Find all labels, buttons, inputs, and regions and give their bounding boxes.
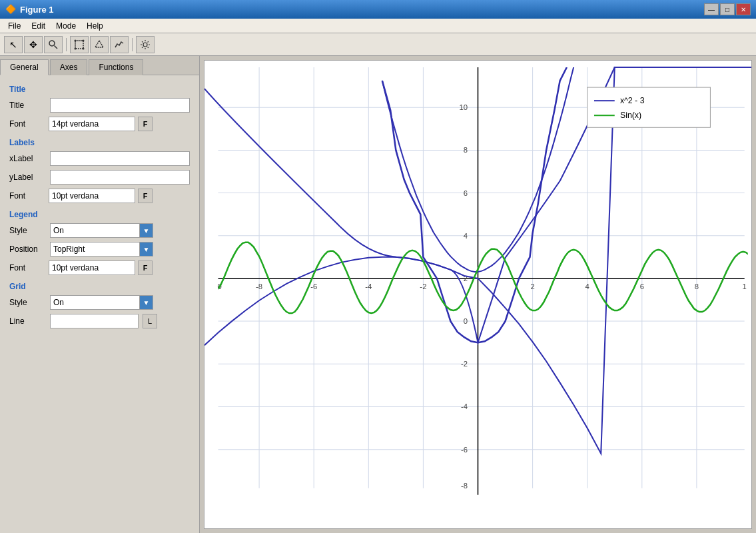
svg-text:-8: -8: [461, 482, 468, 490]
app-icon: 🔶: [5, 4, 16, 15]
svg-point-0: [49, 41, 55, 46]
title-section-heading: Title: [9, 85, 190, 94]
svg-text:10: 10: [460, 103, 468, 111]
parabola-correct: [382, 67, 567, 342]
svg-point-5: [75, 47, 77, 49]
legend-font-button[interactable]: F: [138, 261, 153, 275]
svg-text:4: 4: [585, 282, 589, 290]
legend-style-row: Style On ▼: [9, 223, 190, 238]
grid-line-label: Line: [9, 316, 46, 326]
svg-text:6: 6: [640, 282, 644, 290]
legend-label-1: x^2 - 3: [620, 96, 645, 105]
svg-text:-8: -8: [256, 282, 262, 290]
tab-functions[interactable]: Functions: [89, 59, 143, 75]
grid-section-heading: Grid: [9, 282, 190, 291]
grid-line-row: Line L: [9, 314, 190, 328]
legend-position-value: TopRight: [51, 245, 139, 254]
menu-edit[interactable]: Edit: [26, 20, 51, 32]
tab-general[interactable]: General: [0, 59, 49, 75]
grid-style-value: On: [51, 298, 139, 307]
xlabel-label: xLabel: [9, 154, 46, 163]
title-font-button[interactable]: F: [138, 117, 153, 131]
legend-font-label: Font: [9, 263, 46, 272]
grid-line-display: [50, 314, 139, 328]
xlabel-row: xLabel: [9, 151, 190, 166]
labels-font-button[interactable]: F: [138, 189, 153, 203]
grid-style-row: Style On ▼: [9, 295, 190, 310]
title-label: Title: [9, 101, 46, 110]
labels-font-row: Font 10pt verdana F: [9, 189, 190, 203]
svg-text:4: 4: [464, 232, 468, 240]
legend-font-display: 10pt verdana: [49, 261, 135, 275]
svg-text:1: 1: [743, 282, 747, 290]
menu-bar: File Edit Mode Help: [0, 19, 756, 33]
tab-axes[interactable]: Axes: [50, 59, 88, 75]
legend-position-label: Position: [9, 245, 46, 254]
svg-text:8: 8: [695, 282, 699, 290]
title-bar-left: 🔶 Figure 1: [5, 4, 54, 15]
svg-line-1: [55, 45, 58, 49]
select-rect-tool-button[interactable]: [70, 36, 89, 53]
title-bar-buttons: — □ ✕: [704, 3, 751, 15]
chart-svg: 0 -8 -6 -4 -2 2 4 6 8 1 10 8 6 4 2 0 -2 …: [204, 61, 751, 528]
svg-text:-4: -4: [365, 282, 372, 290]
select-poly-tool-button[interactable]: [90, 36, 109, 53]
legend-font-row: Font 10pt verdana F: [9, 261, 190, 275]
ylabel-input[interactable]: [50, 170, 190, 185]
svg-text:-2: -2: [420, 282, 426, 290]
grid-style-arrow[interactable]: ▼: [139, 296, 153, 309]
left-panel: General Axes Functions Title Title Font …: [0, 56, 200, 533]
grid-style-select[interactable]: On ▼: [50, 295, 153, 310]
maximize-button[interactable]: □: [720, 3, 735, 15]
main-content: General Axes Functions Title Title Font …: [0, 56, 756, 533]
legend-label-2: Sin(x): [620, 111, 641, 120]
svg-text:0: 0: [464, 317, 468, 325]
legend-position-arrow[interactable]: ▼: [139, 243, 153, 256]
grid-line-button[interactable]: L: [143, 314, 157, 328]
ylabel-row: yLabel: [9, 170, 190, 185]
title-input[interactable]: [50, 98, 190, 113]
legend-position-select[interactable]: TopRight ▼: [50, 242, 153, 257]
legend-style-select[interactable]: On ▼: [50, 223, 153, 238]
svg-rect-2: [75, 41, 83, 49]
menu-help[interactable]: Help: [81, 20, 109, 32]
svg-point-6: [83, 47, 85, 49]
ylabel-label: yLabel: [9, 173, 46, 182]
svg-point-3: [75, 39, 77, 41]
legend-style-arrow[interactable]: ▼: [139, 224, 153, 237]
datapoints-tool-button[interactable]: [110, 36, 129, 53]
grid-style-label: Style: [9, 298, 46, 307]
legend-box: [587, 87, 711, 127]
svg-text:-4: -4: [461, 403, 468, 411]
svg-text:8: 8: [464, 147, 468, 155]
title-font-row: Font 14pt verdana F: [9, 117, 190, 131]
title-font-label: Font: [9, 119, 46, 129]
settings-tool-button[interactable]: [136, 36, 155, 53]
menu-file[interactable]: File: [3, 20, 26, 32]
labels-font-label: Font: [9, 191, 46, 201]
svg-text:-6: -6: [310, 282, 317, 290]
title-row: Title: [9, 98, 190, 113]
svg-marker-7: [95, 41, 103, 47]
chart-area: 0 -8 -6 -4 -2 2 4 6 8 1 10 8 6 4 2 0 -2 …: [204, 60, 752, 529]
legend-position-row: Position TopRight ▼: [9, 242, 190, 257]
svg-point-4: [83, 39, 85, 41]
tab-bar: General Axes Functions: [0, 56, 199, 75]
labels-font-display: 10pt verdana: [49, 189, 135, 203]
menu-mode[interactable]: Mode: [51, 20, 81, 32]
toolbar: ↖ ✥: [0, 33, 756, 56]
svg-text:2: 2: [530, 282, 534, 290]
cursor-tool-button[interactable]: ↖: [4, 36, 23, 53]
close-button[interactable]: ✕: [736, 3, 751, 15]
svg-text:6: 6: [464, 189, 468, 197]
panel-content: Title Title Font 14pt verdana F Labels x…: [0, 75, 199, 533]
toolbar-separator-1: [66, 38, 67, 51]
labels-section-heading: Labels: [9, 138, 190, 147]
toolbar-separator-2: [132, 38, 133, 51]
minimize-button[interactable]: —: [704, 3, 719, 15]
zoom-tool-button[interactable]: [44, 36, 63, 53]
pan-tool-button[interactable]: ✥: [24, 36, 43, 53]
legend-style-label: Style: [9, 226, 46, 235]
svg-text:-6: -6: [461, 446, 468, 454]
xlabel-input[interactable]: [50, 151, 190, 166]
